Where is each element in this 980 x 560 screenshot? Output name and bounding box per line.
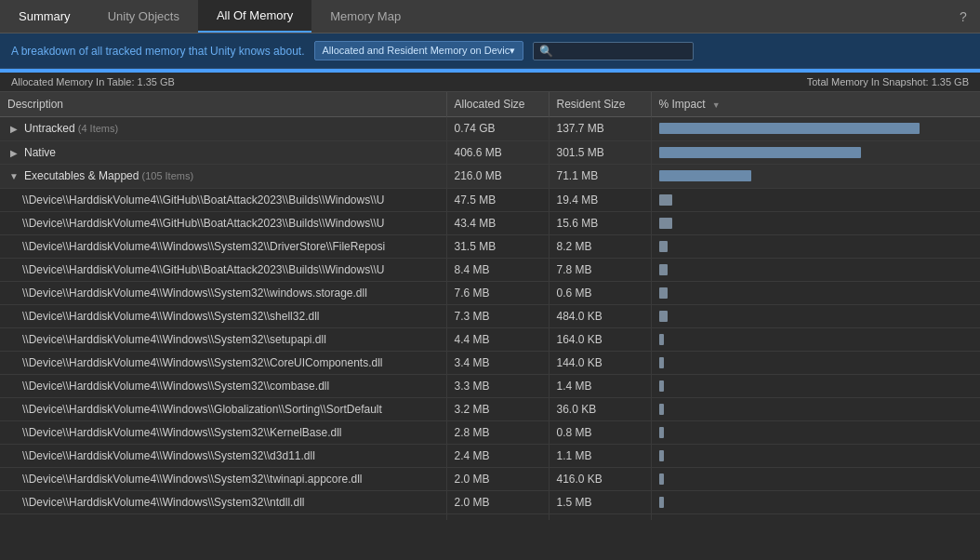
cell-resident-size: 7.8 MB — [549, 258, 651, 281]
cell-resident-size: 36.0 KB — [549, 397, 651, 420]
tab-bar: Summary Unity Objects All Of Memory Memo… — [0, 0, 980, 33]
tab-summary[interactable]: Summary — [0, 0, 89, 33]
cell-resident-size: 8.2 MB — [549, 234, 651, 258]
cell-impact — [651, 490, 980, 513]
search-input[interactable] — [557, 45, 687, 58]
cell-allocated-size: 43.4 MB — [446, 211, 549, 234]
cell-description: \\Device\\HarddiskVolume4\\GitHub\\BoatA… — [0, 258, 446, 281]
table-row: \\Device\\HarddiskVolume4\\Windows\\Syst… — [0, 304, 980, 327]
tab-unity-objects[interactable]: Unity Objects — [89, 0, 198, 33]
cell-allocated-size: 4.4 MB — [446, 327, 549, 351]
table-header-row: Description Allocated Size Resident Size… — [0, 92, 980, 117]
cell-allocated-size: 1.9 MB — [446, 513, 549, 520]
cell-impact — [651, 117, 980, 141]
table-row: \\Device\\HarddiskVolume4\\GitHub\\BoatA… — [0, 211, 980, 234]
cell-impact — [651, 234, 980, 258]
cell-allocated-size: 2.0 MB — [446, 490, 549, 513]
cell-impact — [651, 211, 980, 234]
cell-description: \\Device\\HarddiskVolume4\\Windows\\Syst… — [0, 374, 446, 397]
table-container[interactable]: Description Allocated Size Resident Size… — [0, 92, 980, 520]
search-box: 🔍 — [533, 42, 694, 60]
memory-table: Description Allocated Size Resident Size… — [0, 92, 980, 520]
cell-resident-size: 71.1 MB — [549, 165, 651, 189]
table-row: \\Device\\HarddiskVolume4\\Windows\\Syst… — [0, 513, 980, 520]
cell-description: \\Device\\HarddiskVolume4\\GitHub\\BoatA… — [0, 211, 446, 234]
col-header-allocated[interactable]: Allocated Size — [446, 92, 549, 117]
cell-description: ▶Native — [0, 140, 446, 165]
cell-impact — [651, 140, 980, 165]
cell-allocated-size: 2.0 MB — [446, 467, 549, 490]
tab-all-of-memory[interactable]: All Of Memory — [198, 0, 311, 33]
table-row: \\Device\\HarddiskVolume4\\Windows\\Syst… — [0, 234, 980, 258]
cell-resident-size: 0.6 MB — [549, 281, 651, 304]
table-row: ▼Executables & Mapped (105 Items)216.0 M… — [0, 165, 980, 189]
cell-impact — [651, 304, 980, 327]
cell-impact — [651, 165, 980, 189]
cell-description: \\Device\\HarddiskVolume4\\Windows\\Syst… — [0, 444, 446, 467]
expand-btn[interactable]: ▶ — [7, 123, 20, 136]
table-row: \\Device\\HarddiskVolume4\\Windows\\Syst… — [0, 420, 980, 444]
cell-resident-size: 416.0 KB — [549, 467, 651, 490]
cell-resident-size: 0.8 MB — [549, 420, 651, 444]
group-name: Native — [24, 146, 56, 159]
cell-allocated-size: 8.4 MB — [446, 258, 549, 281]
tab-memory-map[interactable]: Memory Map — [311, 0, 419, 33]
cell-description: \\Device\\HarddiskVolume4\\GitHub\\BoatA… — [0, 188, 446, 211]
group-name: Untracked — [24, 122, 75, 135]
cell-impact — [651, 188, 980, 211]
cell-resident-size: 15.6 MB — [549, 211, 651, 234]
cell-description: \\Device\\HarddiskVolume4\\Windows\\Syst… — [0, 351, 446, 374]
cell-allocated-size: 7.3 MB — [446, 304, 549, 327]
cell-description: \\Device\\HarddiskVolume4\\Windows\\Syst… — [0, 467, 446, 490]
cell-impact — [651, 351, 980, 374]
cell-allocated-size: 3.2 MB — [446, 397, 549, 420]
cell-impact — [651, 258, 980, 281]
cell-impact — [651, 327, 980, 351]
table-row: \\Device\\HarddiskVolume4\\Windows\\Syst… — [0, 467, 980, 490]
help-button[interactable]: ? — [947, 0, 980, 33]
col-header-resident[interactable]: Resident Size — [549, 92, 651, 117]
cell-resident-size: 301.5 MB — [549, 140, 651, 165]
allocated-memory-label: Allocated Memory In Table: 1.35 GB — [11, 76, 175, 87]
group-count: (105 Items) — [139, 170, 193, 181]
summary-stats: Allocated Memory In Table: 1.35 GB Total… — [0, 73, 980, 92]
cell-allocated-size: 7.6 MB — [446, 281, 549, 304]
expand-btn[interactable]: ▶ — [7, 146, 20, 159]
table-row: \\Device\\HarddiskVolume4\\Windows\\Syst… — [0, 490, 980, 513]
total-memory-label: Total Memory In Snapshot: 1.35 GB — [807, 76, 969, 87]
cell-allocated-size: 3.4 MB — [446, 351, 549, 374]
cell-resident-size: 1.4 MB — [549, 374, 651, 397]
memory-type-dropdown[interactable]: Allocated and Resident Memory on Devic▾ — [314, 41, 524, 60]
group-name: Executables & Mapped — [24, 169, 139, 182]
table-row: \\Device\\HarddiskVolume4\\GitHub\\BoatA… — [0, 188, 980, 211]
cell-description: \\Device\\HarddiskVolume4\\Windows\\Syst… — [0, 420, 446, 444]
table-row: \\Device\\HarddiskVolume4\\Windows\\Syst… — [0, 444, 980, 467]
col-header-description[interactable]: Description — [0, 92, 446, 117]
table-row: \\Device\\HarddiskVolume4\\Windows\\Syst… — [0, 351, 980, 374]
cell-resident-size: 216.0 KB — [549, 513, 651, 520]
col-header-impact[interactable]: % Impact ▼ — [651, 92, 980, 117]
cell-impact — [651, 513, 980, 520]
cell-description: \\Device\\HarddiskVolume4\\Windows\\Syst… — [0, 513, 446, 520]
table-row: ▶Native406.6 MB301.5 MB — [0, 140, 980, 165]
table-row: \\Device\\HarddiskVolume4\\Windows\\Glob… — [0, 397, 980, 420]
cell-impact — [651, 397, 980, 420]
cell-impact — [651, 420, 980, 444]
cell-description: \\Device\\HarddiskVolume4\\Windows\\Syst… — [0, 327, 446, 351]
cell-description: \\Device\\HarddiskVolume4\\Windows\\Syst… — [0, 234, 446, 258]
cell-allocated-size: 47.5 MB — [446, 188, 549, 211]
table-row: \\Device\\HarddiskVolume4\\Windows\\Syst… — [0, 281, 980, 304]
cell-allocated-size: 2.4 MB — [446, 444, 549, 467]
table-row: ▶Untracked (4 Items)0.74 GB137.7 MB — [0, 117, 980, 141]
cell-description: \\Device\\HarddiskVolume4\\Windows\\Syst… — [0, 490, 446, 513]
sort-arrow-icon: ▼ — [712, 100, 721, 110]
table-row: \\Device\\HarddiskVolume4\\Windows\\Syst… — [0, 327, 980, 351]
cell-resident-size: 484.0 KB — [549, 304, 651, 327]
table-row: \\Device\\HarddiskVolume4\\Windows\\Syst… — [0, 374, 980, 397]
cell-impact — [651, 444, 980, 467]
cell-resident-size: 1.1 MB — [549, 444, 651, 467]
cell-resident-size: 1.5 MB — [549, 490, 651, 513]
cell-resident-size: 19.4 MB — [549, 188, 651, 211]
search-icon: 🔍 — [539, 45, 553, 58]
collapse-btn[interactable]: ▼ — [7, 170, 20, 183]
